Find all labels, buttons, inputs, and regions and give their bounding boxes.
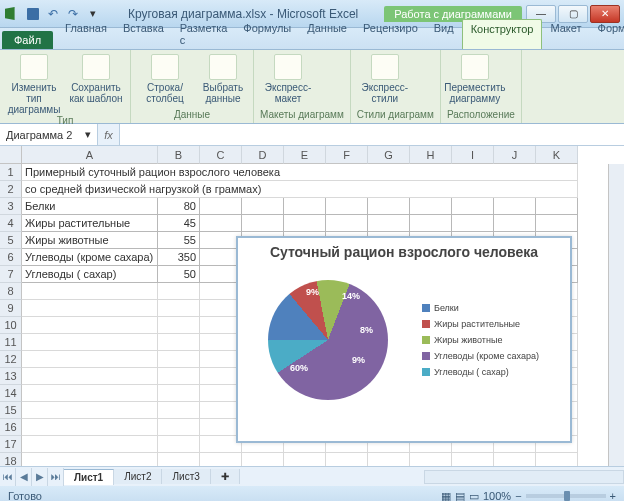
ribbon-tab-9[interactable]: Формат [590,19,624,49]
cell[interactable] [22,317,158,334]
select-data-button[interactable]: Выбрать данные [199,54,247,104]
row-header[interactable]: 3 [0,198,22,215]
cell[interactable] [494,215,536,232]
legend-item[interactable]: Жиры растительные [422,319,570,329]
column-header[interactable]: B [158,146,200,164]
move-chart-button[interactable]: Переместить диаграмму [447,54,503,104]
pie-chart[interactable] [268,280,388,400]
new-sheet-button[interactable]: ✚ [211,469,240,484]
sheet-nav-prev[interactable]: ◀ [16,468,32,486]
row-header[interactable]: 13 [0,368,22,385]
view-normal-icon[interactable]: ▦ [441,490,451,502]
column-header[interactable]: D [242,146,284,164]
chart-title[interactable]: Суточный рацион взрослого человека [238,238,570,263]
ribbon-tab-5[interactable]: Рецензиро [355,19,426,49]
legend-item[interactable]: Белки [422,303,570,313]
cell[interactable] [242,215,284,232]
zoom-controls[interactable]: ▦ ▤ ▭ 100% − + [441,490,616,502]
legend-item[interactable]: Углеводы ( сахар) [422,367,570,377]
cell[interactable] [22,385,158,402]
save-as-template-button[interactable]: Сохранить как шаблон [68,54,124,104]
cell[interactable]: 55 [158,232,200,249]
fx-icon[interactable]: fx [98,124,120,145]
cell[interactable] [158,334,200,351]
select-all-corner[interactable] [0,146,22,164]
cell[interactable] [284,215,326,232]
cell[interactable] [158,317,200,334]
column-header[interactable]: F [326,146,368,164]
save-button[interactable] [24,5,42,23]
cell[interactable]: 45 [158,215,200,232]
cell[interactable] [410,198,452,215]
sheet-tab-2[interactable]: Лист2 [114,469,162,484]
worksheet[interactable]: ABCDEFGHIJK 123456789101112131415161718 … [0,146,624,466]
zoom-level[interactable]: 100% [483,490,511,501]
cell[interactable] [326,453,368,466]
name-box[interactable]: Диаграмма 2▾ [0,124,98,145]
cell[interactable] [22,334,158,351]
cell[interactable] [158,368,200,385]
cell[interactable] [452,198,494,215]
cell[interactable]: Белки [22,198,158,215]
ribbon-tab-2[interactable]: Разметка с [172,19,236,49]
cell[interactable]: Углеводы (кроме сахара) [22,249,158,266]
row-header[interactable]: 5 [0,232,22,249]
sheet-nav-last[interactable]: ⏭ [48,468,64,486]
row-header[interactable]: 6 [0,249,22,266]
switch-row-column-button[interactable]: Строка/столбец [137,54,193,104]
ribbon-tab-3[interactable]: Формулы [235,19,299,49]
cell[interactable] [452,453,494,466]
excel-icon[interactable] [4,5,22,23]
cell[interactable]: 50 [158,266,200,283]
cell[interactable]: со средней физической нагрузкой (в грамм… [22,181,578,198]
row-header[interactable]: 2 [0,181,22,198]
cell[interactable] [242,453,284,466]
column-header[interactable]: J [494,146,536,164]
cell[interactable] [22,419,158,436]
cell[interactable] [326,215,368,232]
cell[interactable] [22,453,158,466]
cell[interactable] [158,351,200,368]
sheet-tab-1[interactable]: Лист1 [64,469,114,485]
ribbon-tab-4[interactable]: Данные [299,19,355,49]
ribbon-tab-8[interactable]: Макет [542,19,589,49]
cell[interactable] [368,453,410,466]
column-header[interactable]: E [284,146,326,164]
column-header[interactable]: G [368,146,410,164]
chart-legend[interactable]: БелкиЖиры растительныеЖиры животныеУглев… [418,263,570,418]
column-header[interactable]: K [536,146,578,164]
row-header[interactable]: 14 [0,385,22,402]
cell[interactable] [158,453,200,466]
cell[interactable] [368,198,410,215]
column-header[interactable]: A [22,146,158,164]
cell[interactable] [158,436,200,453]
embedded-chart[interactable]: Суточный рацион взрослого человека 14% 8… [236,236,572,443]
horizontal-scrollbar[interactable] [424,470,624,484]
ribbon-tab-0[interactable]: Главная [57,19,115,49]
ribbon-tab-1[interactable]: Вставка [115,19,172,49]
cell[interactable] [536,198,578,215]
sheet-tab-3[interactable]: Лист3 [162,469,210,484]
cell[interactable] [158,385,200,402]
file-tab[interactable]: Файл [2,31,53,49]
row-header[interactable]: 12 [0,351,22,368]
cell[interactable] [22,283,158,300]
cell[interactable] [22,436,158,453]
cell[interactable] [158,402,200,419]
row-header[interactable]: 1 [0,164,22,181]
row-header[interactable]: 10 [0,317,22,334]
cell[interactable]: Примерный суточный рацион взрослого чело… [22,164,578,181]
row-header[interactable]: 18 [0,453,22,466]
cell[interactable] [22,368,158,385]
cell[interactable] [410,215,452,232]
namebox-dropdown-icon[interactable]: ▾ [85,128,91,141]
view-layout-icon[interactable]: ▤ [455,490,465,502]
ribbon-tab-7[interactable]: Конструктор [462,19,543,49]
cell[interactable]: 80 [158,198,200,215]
row-header[interactable]: 4 [0,215,22,232]
cell[interactable] [284,198,326,215]
zoom-in-button[interactable]: + [610,490,616,501]
vertical-scrollbar[interactable] [608,164,624,466]
column-header[interactable]: I [452,146,494,164]
cell[interactable] [200,215,242,232]
